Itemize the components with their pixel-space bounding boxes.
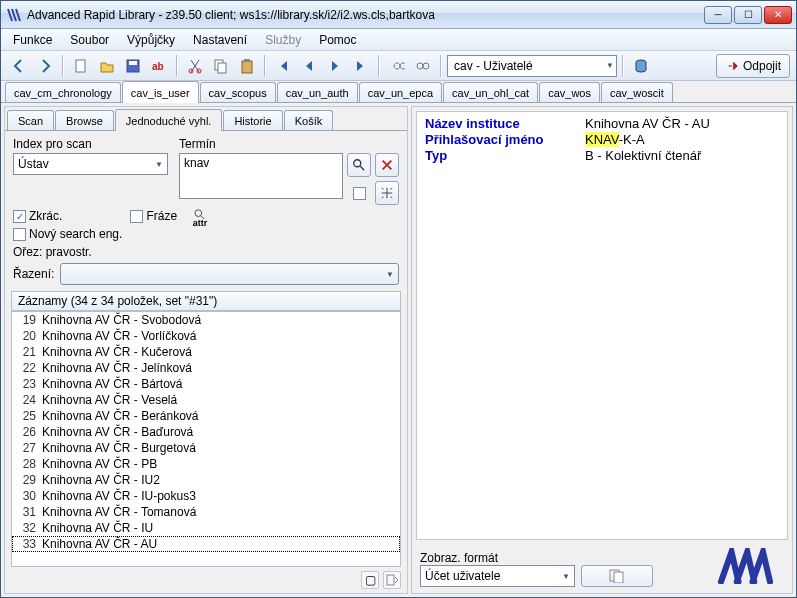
table-row[interactable]: 20Knihovna AV ČR - Vorlíčková: [12, 328, 400, 344]
copy-icon: [609, 569, 625, 583]
detail-view: Název instituceKnihovna AV ČR - AU Přihl…: [416, 111, 788, 540]
index-dropdown[interactable]: Ústav ▼: [13, 153, 168, 175]
svg-rect-9: [244, 59, 250, 62]
svg-point-4: [189, 69, 193, 73]
zkrac-label: Zkrác.: [29, 209, 62, 223]
table-row[interactable]: 25Knihovna AV ČR - Beránková: [12, 408, 400, 424]
server-combo[interactable]: cav - Uživatelé ▼: [447, 55, 617, 77]
novysearch-checkbox[interactable]: [13, 228, 26, 241]
tab-cav_wos[interactable]: cav_wos: [539, 82, 600, 102]
index-label: Index pro scan: [13, 137, 173, 151]
zkrac-checkbox[interactable]: ✓: [13, 210, 26, 223]
table-row[interactable]: 23Knihovna AV ČR - Bártová: [12, 376, 400, 392]
svg-text:ab: ab: [152, 61, 164, 72]
list-tool2-icon[interactable]: [383, 571, 401, 589]
razeni-combo[interactable]: ▼: [60, 263, 399, 285]
svg-point-14: [195, 210, 202, 217]
left-panel: ScanBrowseJednoduché vyhl.HistorieKošík …: [4, 106, 408, 594]
chevron-down-icon: ▼: [386, 270, 394, 279]
innertab-1[interactable]: Browse: [55, 110, 114, 130]
disconnect-label: Odpojit: [743, 59, 781, 73]
menu-funkce[interactable]: Funkce: [5, 31, 60, 49]
tab-cav_woscit[interactable]: cav_woscit: [601, 82, 673, 102]
table-row[interactable]: 22Knihovna AV ČR - Jelínková: [12, 360, 400, 376]
records-header: Záznamy (34 z 34 položek, set "#31"): [11, 291, 401, 311]
innertab-4[interactable]: Košík: [284, 110, 334, 130]
checkbox-icon[interactable]: [347, 181, 371, 205]
main-tabstrip: cav_cm_chronologycav_is_usercav_scopusca…: [1, 81, 796, 103]
cut-icon[interactable]: [183, 54, 207, 78]
tab-cav_scopus[interactable]: cav_scopus: [200, 82, 276, 102]
expand-button[interactable]: [375, 181, 399, 205]
termin-label: Termín: [179, 137, 399, 151]
table-row[interactable]: 29Knihovna AV ČR - IU2: [12, 472, 400, 488]
close-button[interactable]: ✕: [764, 6, 792, 24]
save-icon[interactable]: [121, 54, 145, 78]
field-typ-label: Typ: [425, 148, 585, 163]
chevron-down-icon: ▼: [562, 572, 570, 581]
table-row[interactable]: 27Knihovna AV ČR - Burgetová: [12, 440, 400, 456]
table-row[interactable]: 26Knihovna AV ČR - Baďurová: [12, 424, 400, 440]
search-button[interactable]: [347, 153, 371, 177]
records-list[interactable]: 19Knihovna AV ČR - Svobodová20Knihovna A…: [11, 311, 401, 567]
menu-pomoc[interactable]: Pomoc: [311, 31, 364, 49]
novysearch-label: Nový search eng.: [29, 227, 122, 241]
field-typ-value: B - Kolektivní čtenář: [585, 148, 779, 163]
table-row[interactable]: 28Knihovna AV ČR - PB: [12, 456, 400, 472]
ab-icon[interactable]: ab: [147, 54, 171, 78]
tab-cav_un_auth[interactable]: cav_un_auth: [277, 82, 358, 102]
right-panel: Název instituceKnihovna AV ČR - AU Přihl…: [411, 106, 793, 594]
orez-label: Ořez: pravostr.: [5, 245, 407, 261]
table-row[interactable]: 21Knihovna AV ČR - Kučerová: [12, 344, 400, 360]
first-icon[interactable]: [271, 54, 295, 78]
menu-nastaveni[interactable]: Nastavení: [185, 31, 255, 49]
table-row[interactable]: 31Knihovna AV ČR - Tomanová: [12, 504, 400, 520]
nav-back-icon[interactable]: [7, 54, 31, 78]
table-row[interactable]: 30Knihovna AV ČR - IU-pokus3: [12, 488, 400, 504]
zobraz-combo[interactable]: Účet uživatele ▼: [420, 565, 575, 587]
termin-input[interactable]: knav: [179, 153, 343, 199]
tab-cav_un_epca[interactable]: cav_un_epca: [359, 82, 442, 102]
server-combo-value: cav - Uživatelé: [454, 59, 533, 73]
table-row[interactable]: 33Knihovna AV ČR - AU: [12, 536, 400, 552]
disconnect-button[interactable]: Odpojit: [716, 54, 790, 78]
tab-cav_un_ohl_cat[interactable]: cav_un_ohl_cat: [443, 82, 538, 102]
prev-icon[interactable]: [297, 54, 321, 78]
nav-fwd-icon[interactable]: [33, 54, 57, 78]
last-icon[interactable]: [349, 54, 373, 78]
copy-icon[interactable]: [209, 54, 233, 78]
minimize-button[interactable]: ─: [704, 6, 732, 24]
copy-detail-button[interactable]: [581, 565, 653, 587]
tab-cav_cm_chronology[interactable]: cav_cm_chronology: [5, 82, 121, 102]
table-row[interactable]: 19Knihovna AV ČR - Svobodová: [12, 312, 400, 328]
svg-rect-7: [218, 63, 226, 73]
paste-icon[interactable]: [235, 54, 259, 78]
link1-icon[interactable]: [385, 54, 409, 78]
db-icon[interactable]: [629, 54, 653, 78]
field-nazev-label: Název instituce: [425, 116, 585, 131]
new-icon[interactable]: [69, 54, 93, 78]
menu-vypujcky[interactable]: Výpůjčky: [119, 31, 183, 49]
table-row[interactable]: 32Knihovna AV ČR - IU: [12, 520, 400, 536]
list-tool1-icon[interactable]: ▢: [361, 571, 379, 589]
svg-rect-8: [242, 61, 252, 73]
link2-icon[interactable]: [411, 54, 435, 78]
table-row[interactable]: 24Knihovna AV ČR - Veselá: [12, 392, 400, 408]
innertab-0[interactable]: Scan: [7, 110, 54, 130]
next-icon[interactable]: [323, 54, 347, 78]
attr-button[interactable]: attr: [189, 207, 211, 229]
attr-label: attr: [193, 219, 208, 227]
tab-cav_is_user[interactable]: cav_is_user: [122, 81, 199, 103]
innertab-3[interactable]: Historie: [223, 110, 282, 130]
fraze-checkbox[interactable]: [130, 210, 143, 223]
chevron-down-icon: ▼: [606, 61, 614, 70]
razeni-label: Řazení:: [13, 267, 54, 281]
maximize-button[interactable]: ☐: [734, 6, 762, 24]
clear-button[interactable]: [375, 153, 399, 177]
chevron-down-icon: ▼: [155, 160, 163, 169]
open-icon[interactable]: [95, 54, 119, 78]
innertab-2[interactable]: Jednoduché vyhl.: [115, 109, 223, 131]
menu-soubor[interactable]: Soubor: [62, 31, 117, 49]
window-title: Advanced Rapid Library - z39.50 client; …: [27, 8, 704, 22]
app-icon: [7, 7, 23, 23]
